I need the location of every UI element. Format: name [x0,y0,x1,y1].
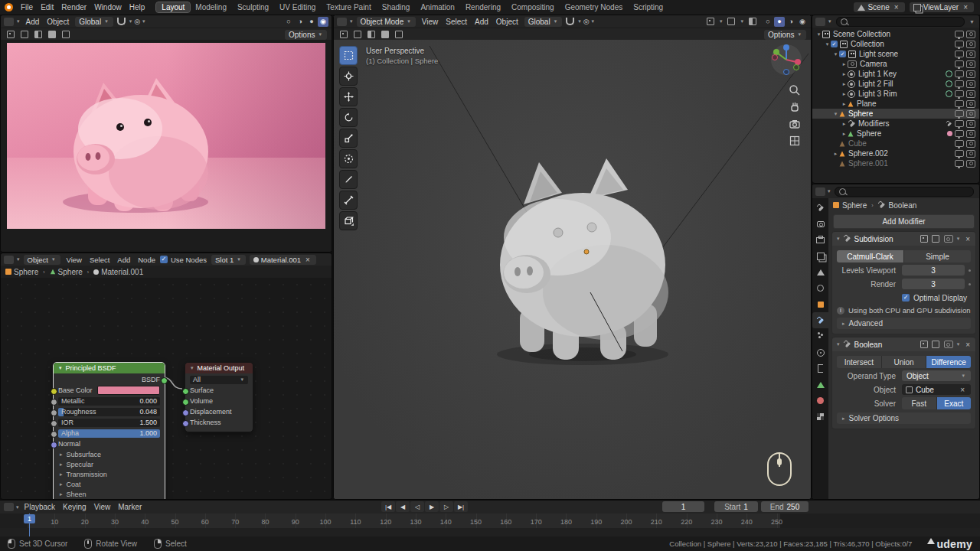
hide-viewport-toggle[interactable] [955,70,964,77]
outliner-row-modifiers[interactable]: ▸Modifiers [812,119,979,129]
properties-tab-texture[interactable] [812,409,828,425]
edit-mode-display-toggle[interactable] [920,235,928,243]
shader-menu-node[interactable]: Node [134,256,159,264]
proportional-edit-icon[interactable]: ◎ [583,18,590,25]
disable-render-toggle[interactable] [966,51,975,58]
viewport-options-dropdown[interactable]: Options▾ [764,30,806,40]
workspace-tab-animation[interactable]: Animation [415,2,459,12]
hide-viewport-toggle[interactable] [955,60,964,67]
workspace-tab-sculpting[interactable]: Sculpting [232,2,274,12]
shading-material-icon[interactable]: ◑ [786,17,796,27]
viewport-menu-object[interactable]: Object [492,18,522,26]
disclosure-icon[interactable]: ▾ [832,111,839,117]
use-nodes-checkbox[interactable]: ✓ [160,256,168,263]
unlink-material-icon[interactable]: × [303,256,312,264]
hide-viewport-toggle[interactable] [955,160,964,167]
properties-tab-physics[interactable] [812,344,828,360]
input-socket[interactable] [182,399,189,406]
hide-viewport-toggle[interactable] [955,150,964,157]
orientation-dropdown[interactable]: Global▾ [75,17,113,27]
show-gizmo-toggle[interactable] [704,17,717,27]
bsdf-section-specular[interactable]: ▸Specular [58,460,160,469]
piggy-bank-model[interactable] [334,40,812,500]
principled-bsdf-node[interactable]: ▾ Principled BSDF BSDF Base ColorMetalli… [53,362,165,500]
shader-menu-view[interactable]: View [63,256,86,264]
timeline-menu-marker[interactable]: Marker [114,503,145,511]
properties-tab-object[interactable] [812,296,828,312]
timeline-ruler[interactable]: 1020304050607080901001101201301401501601… [0,514,980,528]
input-socket[interactable] [51,409,57,416]
render-display-toggle[interactable] [944,341,953,348]
realtime-display-toggle[interactable] [932,341,939,348]
header-toggle-icon[interactable] [5,30,17,40]
subdiv-algo-simple[interactable]: Simple [904,250,971,262]
node-graph-area[interactable]: ▾ Principled BSDF BSDF Base ColorMetalli… [1,278,332,499]
timeline-menu-view[interactable]: View [90,503,115,511]
menu-window[interactable]: Window [90,3,126,11]
output-node-header[interactable]: ▾ Material Output [185,363,253,373]
edit-mode-display-toggle[interactable] [920,341,928,348]
header-toggle-icon[interactable] [338,30,350,40]
render-menu-object[interactable]: Object [43,18,73,26]
workspace-tab-uv-editing[interactable]: UV Editing [274,2,321,12]
disable-render-toggle[interactable] [966,140,975,148]
timeline-menu-playback[interactable]: Playback [21,503,60,511]
properties-tab-output[interactable] [812,232,828,248]
remove-view-layer-icon[interactable]: × [961,3,970,11]
workspace-tab-shading[interactable]: Shading [377,2,416,12]
breadcrumb-item-material-001[interactable]: Material.001 [93,268,143,276]
workspace-tab-layout[interactable]: Layout [156,2,190,12]
disclosure-icon[interactable]: ▸ [841,81,848,87]
bsdf-section-coat[interactable]: ▸Coat [58,480,160,489]
input-socket[interactable] [51,399,57,406]
tool-transform[interactable] [339,149,358,168]
transport-play[interactable]: ▶ [425,501,439,512]
boolean-object-field[interactable]: Cube × [902,384,971,395]
properties-search-input[interactable] [835,187,974,197]
outliner-row-camera[interactable]: ▸Camera [812,59,979,69]
bsdf-section-transmission[interactable]: ▸Transmission [58,470,160,479]
remove-modifier-icon[interactable]: × [963,235,972,243]
disable-render-toggle[interactable] [966,80,975,88]
header-toggle-icon[interactable] [351,30,364,40]
editor-type-icon[interactable] [815,18,825,26]
outliner-row-collection[interactable]: ▾✓Collection [812,39,979,49]
navigation-gizmo[interactable] [769,43,803,77]
breadcrumb-object[interactable]: Sphere [842,201,867,210]
properties-tab-render[interactable] [812,216,828,232]
modifier-name[interactable]: Boolean [854,341,883,349]
menu-help[interactable]: Help [126,3,149,11]
transport-prev-keyframe[interactable]: ◀ [396,501,410,512]
advanced-subpanel[interactable]: ▸Advanced [837,318,971,329]
material-output-node[interactable]: ▾ Material Output All▾ SurfaceVolumeDisp… [185,362,253,432]
remove-modifier-icon[interactable]: × [963,341,972,349]
properties-tab-tool[interactable] [812,200,828,216]
camera-view-icon[interactable] [789,118,801,130]
workspace-tab-geometry-nodes[interactable]: Geometry Nodes [560,2,629,12]
breadcrumb-modifier[interactable]: Boolean [889,201,917,210]
header-toggle-icon[interactable] [18,30,31,40]
input-socket[interactable] [182,388,189,395]
hide-viewport-toggle[interactable] [955,51,964,57]
shading-rendered-icon[interactable]: ◉ [318,17,328,27]
subdivision-panel-header[interactable]: ▾ Subdivision ▾ × [832,232,975,246]
hide-viewport-toggle[interactable] [955,140,964,147]
hide-viewport-toggle[interactable] [955,130,964,137]
outliner-row-plane[interactable]: ▸Plane [812,99,979,109]
shader-type-dropdown[interactable]: Object▾ [24,255,60,265]
snap-magnet-icon[interactable] [566,18,574,25]
disclosure-icon[interactable]: ▸ [841,71,848,77]
editor-type-icon[interactable] [4,503,14,511]
collection-checkbox[interactable]: ✓ [831,41,838,47]
workspace-tab-rendering[interactable]: Rendering [460,2,506,12]
breadcrumb-item-sphere[interactable]: Sphere [5,268,38,276]
properties-tab-modifiers[interactable] [812,312,828,328]
tool-move[interactable] [339,87,358,106]
editor-type-icon[interactable] [4,256,14,264]
shading-solid-icon[interactable]: ◑ [295,17,305,27]
input-socket[interactable] [51,431,57,438]
shading-rendered-icon[interactable]: ◉ [797,17,808,27]
outliner-search-input[interactable] [836,17,965,27]
properties-tab-material[interactable] [812,393,828,409]
viewport-menu-add[interactable]: Add [471,18,492,26]
